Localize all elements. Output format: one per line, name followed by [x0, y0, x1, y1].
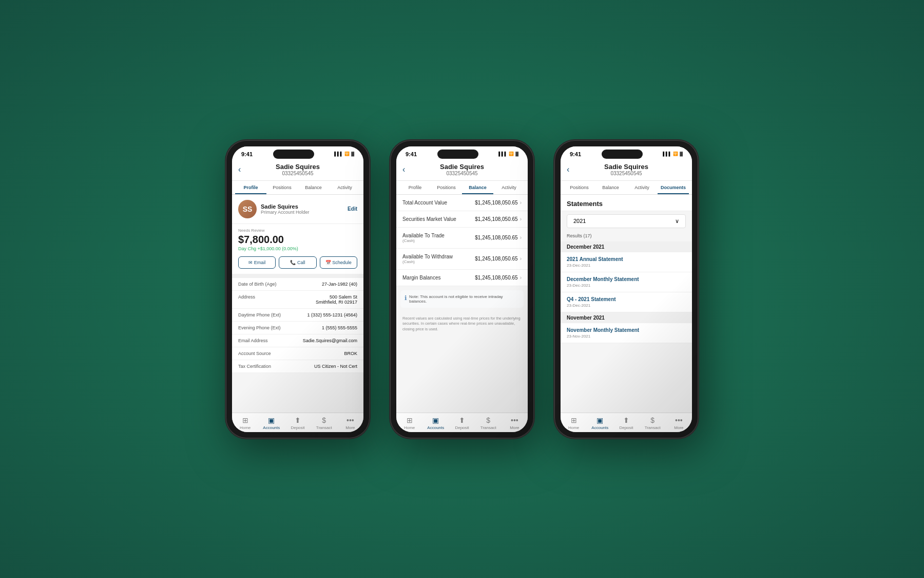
nav-home-2[interactable]: ⊞ Home: [396, 416, 422, 430]
schedule-button-1[interactable]: 📅 Schedule: [320, 256, 357, 269]
nav-deposit-3[interactable]: ⬆ Deposit: [613, 416, 639, 430]
home-icon-2: ⊞: [407, 416, 413, 424]
battery-icon-2: ▓: [515, 152, 518, 156]
nav-more-2[interactable]: ••• More: [502, 416, 528, 430]
home-icon-1: ⊞: [242, 416, 248, 424]
tab-positions-2[interactable]: Positions: [431, 181, 462, 194]
tab-balance-1[interactable]: Balance: [298, 181, 329, 194]
content-2: Total Account Value $1,245,108,050.65 › …: [396, 195, 528, 413]
chevron-securities: ›: [520, 216, 522, 222]
nav-home-3[interactable]: ⊞ Home: [561, 416, 587, 430]
nav-transact-label-3: Transact: [645, 425, 661, 430]
balance-row-trade[interactable]: Available To Trade (Cash) $1,245,108,050…: [396, 228, 528, 249]
deposit-icon-2: ⬆: [459, 416, 465, 424]
nav-more-1[interactable]: ••• More: [337, 416, 363, 430]
statement-date-annual: 23-Dec-2021: [567, 263, 686, 268]
tab-positions-3[interactable]: Positions: [564, 181, 595, 194]
statement-annual[interactable]: 2021 Annual Statement 23-Dec-2021: [561, 252, 692, 272]
signal-icon-1: ▌▌▌: [334, 152, 343, 156]
tab-activity-3[interactable]: Activity: [626, 181, 658, 194]
chevron-total: ›: [520, 200, 522, 206]
phone-screen-2: 9:41 ▌▌▌ 🛜 ▓ ‹ Sadie Squires 03325450545…: [396, 146, 528, 432]
status-time-2: 9:41: [406, 151, 417, 157]
tab-balance-2[interactable]: Balance: [462, 181, 493, 194]
info-row-email: Email Address Sadie.Squires@gmail.com: [232, 334, 363, 347]
info-row-evening: Evening Phone (Ext) 1 (555) 555-5555: [232, 322, 363, 334]
email-button-1[interactable]: ✉ Email: [238, 256, 276, 269]
tab-documents-3[interactable]: Documents: [658, 181, 689, 194]
content-1: SS Sadie Squires Primary Account Holder …: [232, 195, 363, 413]
nav-transact-label-2: Transact: [480, 425, 496, 430]
info-row-daytime: Daytime Phone (Ext) 1 (332) 555-1231 (45…: [232, 309, 363, 322]
nav-accounts-3[interactable]: ▣ Accounts: [587, 416, 613, 430]
statement-date-nov-monthly: 23-Nov-2021: [567, 334, 686, 339]
balance-label-securities: Securities Market Value: [402, 216, 456, 222]
edit-button-1[interactable]: Edit: [348, 206, 357, 212]
label-evening: Evening Phone (Ext): [238, 325, 298, 330]
balance-display-1: $7,800.00: [238, 234, 357, 246]
accounts-icon-1: ▣: [268, 416, 275, 424]
deposit-icon-1: ⬆: [295, 416, 301, 424]
nav-transact-1[interactable]: $ Transact: [311, 416, 337, 430]
statement-nov-monthly[interactable]: November Monthly Statement 23-Nov-2021: [561, 323, 692, 343]
nav-more-label-2: More: [510, 425, 519, 430]
label-address: Address: [238, 294, 298, 305]
nav-transact-3[interactable]: $ Transact: [640, 416, 666, 430]
nav-accounts-2[interactable]: ▣ Accounts: [422, 416, 449, 430]
tab-activity-2[interactable]: Activity: [493, 181, 525, 194]
nav-more-3[interactable]: ••• More: [666, 416, 692, 430]
header-name-3: Sadie Squires: [604, 163, 648, 171]
status-icons-3: ▌▌▌ 🛜 ▓: [663, 152, 683, 156]
balance-row-total[interactable]: Total Account Value $1,245,108,050.65 ›: [396, 195, 528, 211]
accounts-icon-2: ▣: [432, 416, 439, 424]
back-button-1[interactable]: ‹: [238, 165, 241, 174]
header-name-2: Sadie Squires: [440, 163, 484, 171]
profile-text-1: Sadie Squires Primary Account Holder: [261, 203, 310, 215]
tabs-3: Positions Balance Activity Documents: [561, 181, 692, 195]
tab-activity-1[interactable]: Activity: [329, 181, 360, 194]
balance-row-withdraw[interactable]: Available To Withdraw (Cash) $1,245,108,…: [396, 249, 528, 270]
call-button-1[interactable]: 📞 Call: [279, 256, 316, 269]
nav-accounts-1[interactable]: ▣ Accounts: [258, 416, 284, 430]
balance-row-securities[interactable]: Securities Market Value $1,245,108,050.6…: [396, 211, 528, 228]
dynamic-island-2: [437, 150, 478, 159]
transact-icon-2: $: [486, 416, 490, 424]
content-3: Statements 2021 ∨ Results (17) December …: [561, 195, 692, 413]
header-account-1: 03325450545: [276, 171, 320, 176]
statements-header-3: Statements: [561, 195, 692, 211]
nav-home-1[interactable]: ⊞ Home: [232, 416, 258, 430]
value-email: Sadie.Squires@gmail.com: [298, 338, 357, 343]
phone-frame-2: 9:41 ▌▌▌ 🛜 ▓ ‹ Sadie Squires 03325450545…: [390, 140, 534, 438]
label-daytime: Daytime Phone (Ext): [238, 312, 298, 318]
profile-name-1: Sadie Squires: [261, 203, 310, 210]
balance-row-margin[interactable]: Margin Balances $1,245,108,050.65 ›: [396, 270, 528, 286]
statement-date-q4: 23-Dec-2021: [567, 303, 686, 308]
year-dropdown-3[interactable]: 2021 ∨: [567, 214, 686, 228]
tab-positions-1[interactable]: Positions: [266, 181, 298, 194]
statement-dec-monthly[interactable]: December Monthly Statement 23-Dec-2021: [561, 272, 692, 292]
nav-deposit-1[interactable]: ⬆ Deposit: [284, 416, 311, 430]
home-icon-3: ⊞: [571, 416, 577, 424]
nav-deposit-2[interactable]: ⬆ Deposit: [449, 416, 475, 430]
statement-q4[interactable]: Q4 - 2021 Statement 23-Dec-2021: [561, 292, 692, 312]
tab-profile-1[interactable]: Profile: [235, 181, 266, 194]
wifi-icon-2: 🛜: [509, 152, 514, 156]
status-bar-2: 9:41 ▌▌▌ 🛜 ▓: [396, 146, 528, 160]
results-count-3: Results (17): [561, 231, 692, 241]
nav-transact-label-1: Transact: [316, 425, 332, 430]
tab-balance-3[interactable]: Balance: [595, 181, 626, 194]
info-row-tax: Tax Certification US Citizen - Not Cert: [232, 360, 363, 373]
nav-transact-2[interactable]: $ Transact: [475, 416, 502, 430]
status-time-3: 9:41: [570, 151, 581, 157]
value-evening: 1 (555) 555-5555: [298, 325, 357, 330]
day-change-1: Day Chg +$1,000.00 (0.00%): [238, 246, 357, 251]
phone-screen-3: 9:41 ▌▌▌ 🛜 ▓ ‹ Sadie Squires 03325450545…: [561, 146, 692, 432]
back-button-2[interactable]: ‹: [402, 165, 405, 174]
nav-more-label-3: More: [674, 425, 683, 430]
header-account-2: 03325450545: [440, 171, 484, 176]
balance-disclaimer-2: Recent values are calculated using real-…: [396, 312, 528, 337]
balance-sublabel-trade: (Cash): [402, 238, 445, 243]
needs-review-label-1: Needs Review: [238, 228, 357, 233]
back-button-3[interactable]: ‹: [567, 165, 569, 174]
tab-profile-2[interactable]: Profile: [399, 181, 431, 194]
